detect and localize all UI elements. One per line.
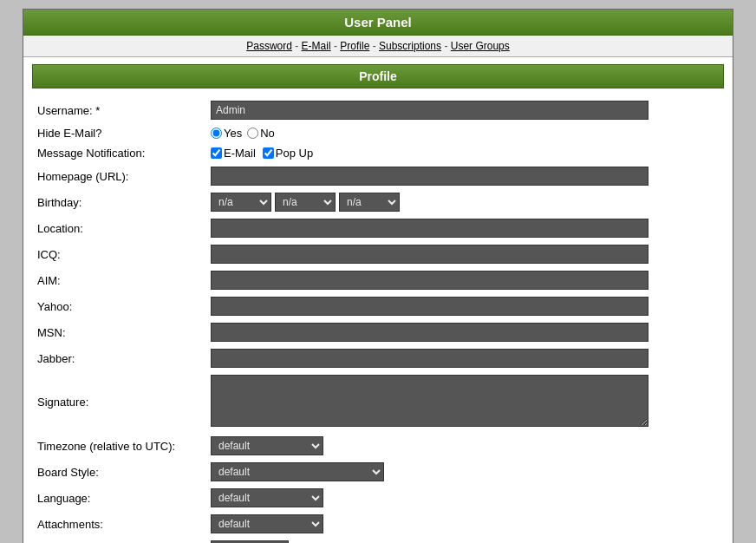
language-label: Language:	[32, 485, 205, 511]
nav-profile[interactable]: Profile	[340, 40, 369, 52]
birthday-day-select[interactable]: n/a 1234 5678	[275, 193, 336, 212]
hide-email-yes-label: Yes	[211, 127, 242, 140]
signature-textarea[interactable]	[211, 375, 648, 427]
content-area: Profile Username: * Hide E-Mail?	[23, 57, 733, 543]
nav-email[interactable]: E-Mail	[302, 40, 331, 52]
signature-row: Signature:	[32, 371, 724, 433]
location-label: Location:	[32, 215, 205, 241]
birthday-year-select[interactable]: n/a 200019991998	[339, 193, 400, 212]
hide-email-no-label: No	[247, 127, 275, 140]
location-row: Location:	[32, 215, 724, 241]
aim-label: AIM:	[32, 267, 205, 293]
timezone-label: Timezone (relative to UTC):	[32, 433, 205, 459]
signature-label: Signature:	[32, 371, 205, 433]
icq-row: ICQ:	[32, 241, 724, 267]
notification-email-checkbox[interactable]	[211, 147, 222, 159]
msn-input[interactable]	[211, 323, 648, 342]
birthday-label: Birthday:	[32, 189, 205, 215]
homepage-label: Homepage (URL):	[32, 163, 205, 189]
jabber-label: Jabber:	[32, 345, 205, 371]
aim-input[interactable]	[211, 271, 648, 290]
profile-form: Username: * Hide E-Mail? Yes	[32, 97, 724, 543]
profile-section-title: Profile	[359, 69, 397, 83]
icq-input[interactable]	[211, 245, 648, 264]
notification-popup-label: Pop Up	[263, 147, 313, 160]
attachments-label: Attachments:	[32, 511, 205, 537]
attachments-row: Attachments: default	[32, 511, 724, 537]
yahoo-input[interactable]	[211, 297, 648, 316]
jabber-row: Jabber:	[32, 345, 724, 371]
user-panel-header: User Panel	[23, 10, 733, 36]
aim-row: AIM:	[32, 267, 724, 293]
board-style-label: Board Style:	[32, 459, 205, 485]
birthday-month-select[interactable]: n/a JanFebMar AprMayJun JulAugSep OctNov…	[211, 193, 271, 212]
timezone-select[interactable]: default -12-11-10 -9-8-7 -6-5-4 -3-2-1 0…	[211, 436, 323, 455]
msn-label: MSN:	[32, 319, 205, 345]
username-label: Username: *	[32, 97, 205, 123]
attachments-select[interactable]: default	[211, 514, 323, 533]
nav-user-groups[interactable]: User Groups	[451, 40, 510, 52]
language-row: Language: default	[32, 485, 724, 511]
board-style-select[interactable]: default	[211, 462, 384, 481]
hide-email-no-radio[interactable]	[247, 128, 258, 139]
icq-label: ICQ:	[32, 241, 205, 267]
birthday-group: n/a JanFebMar AprMayJun JulAugSep OctNov…	[211, 193, 719, 212]
avatar-row: Avatar: none	[32, 537, 724, 543]
notification-popup-text: Pop Up	[276, 147, 313, 160]
yahoo-row: Yahoo:	[32, 293, 724, 319]
language-select[interactable]: default	[211, 488, 323, 507]
msn-row: MSN:	[32, 319, 724, 345]
username-row: Username: *	[32, 97, 724, 123]
hide-email-yes-text: Yes	[224, 127, 242, 140]
hide-email-yes-radio[interactable]	[211, 128, 222, 139]
message-notification-group: E-Mail Pop Up	[211, 147, 719, 160]
nav-password[interactable]: Password	[246, 40, 292, 52]
avatar-label: Avatar:	[32, 537, 205, 543]
notification-popup-checkbox[interactable]	[263, 147, 274, 159]
homepage-row: Homepage (URL):	[32, 163, 724, 189]
profile-section-header: Profile	[32, 64, 724, 88]
birthday-row: Birthday: n/a JanFebMar AprMayJun JulAug…	[32, 189, 724, 215]
hide-email-group: Yes No	[211, 127, 719, 140]
message-notification-row: Message Notification: E-Mail Pop Up	[32, 143, 724, 163]
username-input[interactable]	[211, 101, 648, 120]
notification-email-text: E-Mail	[224, 147, 256, 160]
jabber-input[interactable]	[211, 349, 648, 368]
location-input[interactable]	[211, 219, 648, 238]
hide-email-row: Hide E-Mail? Yes No	[32, 123, 724, 143]
yahoo-label: Yahoo:	[32, 293, 205, 319]
hide-email-no-text: No	[260, 127, 275, 140]
user-panel-title: User Panel	[344, 15, 412, 29]
hide-email-label: Hide E-Mail?	[32, 123, 205, 143]
homepage-input[interactable]	[211, 167, 648, 186]
nav-bar: Password - E-Mail - Profile - Subscripti…	[23, 36, 733, 57]
timezone-row: Timezone (relative to UTC): default -12-…	[32, 433, 724, 459]
notification-email-label: E-Mail	[211, 147, 256, 160]
message-notification-label: Message Notification:	[32, 143, 205, 163]
nav-subscriptions[interactable]: Subscriptions	[379, 40, 441, 52]
board-style-row: Board Style: default	[32, 459, 724, 485]
outer-wrapper: User Panel Password - E-Mail - Profile -…	[23, 9, 733, 543]
